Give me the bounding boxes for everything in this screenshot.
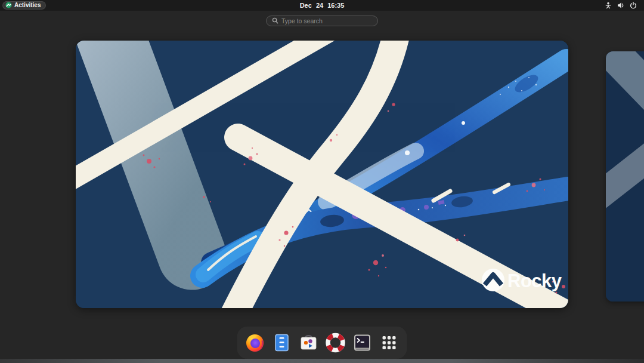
activities-button[interactable]: Activities	[2, 1, 46, 10]
accessibility-icon	[605, 2, 612, 9]
dock-firefox-button[interactable]	[244, 331, 267, 354]
search-input[interactable]	[281, 17, 372, 24]
search-row	[0, 16, 644, 26]
rocky-wordmark: Rocky	[507, 270, 562, 291]
app-grid-icon	[379, 333, 400, 353]
top-bar: Activities Dec 24 16:35	[0, 0, 644, 11]
search-field[interactable]	[266, 16, 378, 26]
dash	[237, 327, 407, 359]
rocky-wallpaper-partial	[606, 51, 644, 302]
activities-label: Activities	[14, 2, 41, 8]
gnome-activities-overview: { "top_bar": { "activities_label": "Acti…	[0, 0, 644, 363]
clock[interactable]: Dec 24 16:35	[300, 2, 345, 9]
dock-help-button[interactable]	[324, 331, 347, 354]
dock-terminal-button[interactable]	[351, 331, 374, 354]
help-icon	[326, 333, 346, 353]
software-icon	[299, 333, 319, 353]
firefox-icon	[245, 333, 265, 353]
search-icon	[272, 16, 278, 26]
terminal-icon	[352, 333, 373, 353]
screen-bottom-edge	[0, 359, 644, 363]
rocky-logo: Rocky	[482, 269, 562, 291]
power-icon	[630, 2, 637, 9]
files-icon	[272, 333, 292, 353]
rocky-wallpaper: Rocky	[76, 41, 568, 308]
distro-logo-icon	[5, 0, 12, 11]
volume-icon	[617, 2, 624, 9]
system-status-area[interactable]	[602, 0, 639, 11]
show-applications-button[interactable]	[378, 331, 401, 354]
workspace-preview-active[interactable]: Rocky	[76, 41, 568, 308]
dock-files-button[interactable]	[271, 331, 293, 354]
dock-software-button[interactable]	[298, 331, 320, 354]
workspace-preview-next[interactable]	[606, 51, 644, 302]
